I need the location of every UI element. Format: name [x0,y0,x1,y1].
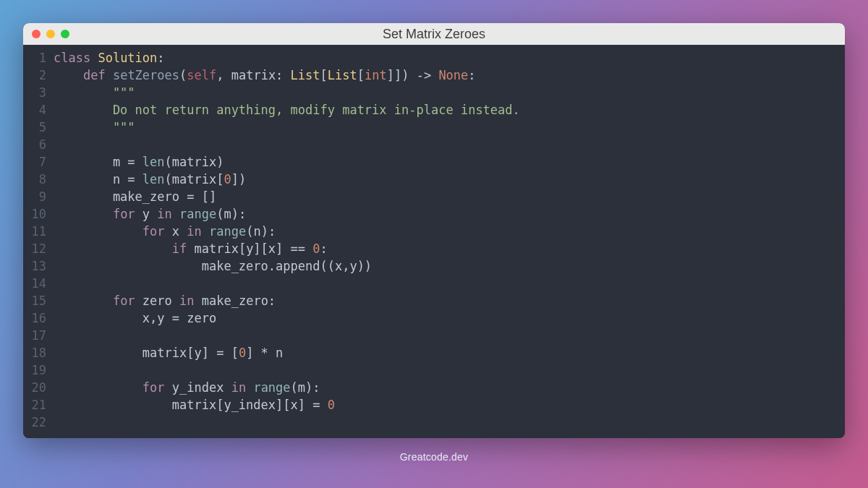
line-number: 7 [23,153,46,171]
code-line: """ [54,84,830,101]
line-number: 3 [23,84,46,101]
code-line: """ [54,119,830,136]
line-number: 16 [23,309,46,327]
window-title: Set Matrix Zeroes [23,27,845,42]
code-line: matrix[y] = [0] * n [54,344,830,361]
line-number: 2 [23,67,46,84]
code-line: make_zero.append((x,y)) [54,257,830,275]
line-number: 13 [23,257,46,275]
line-number: 22 [23,414,46,431]
code-line: for x in range(n): [54,223,830,240]
code-line: def setZeroes(self, matrix: List[List[in… [54,67,830,84]
code-line: class Solution: [54,49,830,67]
line-number: 10 [23,205,46,223]
code-line: n = len(matrix[0]) [54,171,830,188]
line-number: 17 [23,327,46,344]
code-content[interactable]: class Solution: def setZeroes(self, matr… [54,49,845,431]
line-number: 18 [23,344,46,361]
titlebar: Set Matrix Zeroes [23,23,845,45]
close-icon[interactable] [32,30,41,38]
code-window: Set Matrix Zeroes 1234567891011121314151… [23,23,845,438]
code-line: make_zero = [] [54,188,830,205]
code-line [54,275,830,292]
line-number-gutter: 12345678910111213141516171819202122 [23,49,54,431]
code-line: m = len(matrix) [54,153,830,171]
line-number: 8 [23,171,46,188]
line-number: 19 [23,361,46,379]
line-number: 12 [23,240,46,257]
line-number: 5 [23,119,46,136]
editor-pane: 12345678910111213141516171819202122 clas… [23,45,845,438]
line-number: 20 [23,379,46,396]
footer-credit: Greatcode.dev [400,451,468,463]
window-controls [32,30,69,38]
code-line: Do not return anything, modify matrix in… [54,101,830,119]
line-number: 4 [23,101,46,119]
code-line: for zero in make_zero: [54,292,830,309]
maximize-icon[interactable] [61,30,69,38]
line-number: 21 [23,396,46,414]
line-number: 6 [23,136,46,153]
code-line: matrix[y_index][x] = 0 [54,396,830,414]
code-line [54,414,830,431]
line-number: 14 [23,275,46,292]
line-number: 9 [23,188,46,205]
code-line [54,327,830,344]
line-number: 15 [23,292,46,309]
code-line: for y_index in range(m): [54,379,830,396]
code-line [54,136,830,153]
code-line: for y in range(m): [54,205,830,223]
minimize-icon[interactable] [46,30,55,38]
code-line: x,y = zero [54,309,830,327]
code-line [54,361,830,379]
line-number: 1 [23,49,46,67]
code-line: if matrix[y][x] == 0: [54,240,830,257]
line-number: 11 [23,223,46,240]
